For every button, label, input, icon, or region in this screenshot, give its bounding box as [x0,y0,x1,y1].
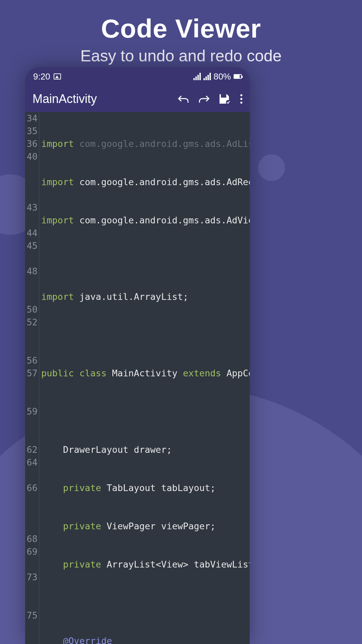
code-line: @Override [41,635,250,644]
code-content[interactable]: import com.google.android.gms.ads.AdList… [39,112,250,644]
signal-icon [193,73,201,80]
line-gutter: 3435364043444548505256575962646668697375 [25,112,39,644]
save-icon[interactable] [219,94,230,104]
more-icon[interactable] [239,93,244,105]
appbar-title: MainActivity [33,92,97,106]
battery-percent: 80% [214,71,231,82]
bg-decor [258,154,285,181]
code-line: private TabLayout tabLayout; [41,482,250,494]
status-time: 9:20 [33,71,50,82]
code-line [41,329,250,341]
undo-icon[interactable] [177,94,189,104]
image-icon [54,73,61,79]
battery-icon [234,74,242,79]
code-line [41,596,250,609]
promo-subtitle: Easy to undo and redo code [0,47,362,65]
code-line: import com.google.android.gms.ads.AdRequ… [41,176,250,189]
promo-title: Code Viewer [0,13,362,44]
code-line: private ViewPager viewPager; [41,520,250,533]
code-line [41,252,250,265]
status-bar: 9:20 80% [25,67,250,86]
code-line: import com.google.android.gms.ads.AdList… [41,138,250,150]
promo-header: Code Viewer Easy to undo and redo code [0,0,362,65]
code-line: DrawerLayout drawer; [41,443,250,456]
redo-icon[interactable] [198,94,210,104]
code-line: import java.util.ArrayList; [41,290,250,303]
code-line: public class MainActivity extends AppCom… [41,367,250,380]
code-line: private ArrayList<View> tabViewList = ne… [41,558,250,571]
code-line [41,405,250,418]
code-line: import com.google.android.gms.ads.AdView… [41,214,250,227]
code-editor[interactable]: 3435364043444548505256575962646668697375… [25,112,250,644]
app-bar: MainActivity [25,86,250,112]
signal-icon [203,73,211,80]
phone-frame: 9:20 80% MainActivity [25,67,250,644]
